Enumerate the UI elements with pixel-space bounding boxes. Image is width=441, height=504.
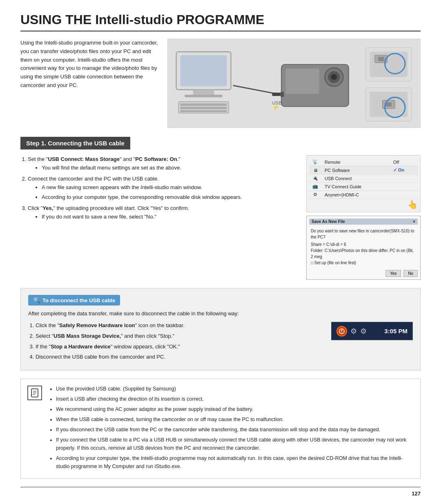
notes-icon-area — [27, 385, 44, 473]
step1-sub-list-2: A new file saving screen appears with th… — [42, 183, 298, 202]
menu-icon-pc: 🖥 — [309, 166, 321, 174]
dialog-buttons: Yes No — [309, 270, 418, 277]
step1-item-2: Connect the camcorder and the PC with th… — [28, 175, 298, 202]
menu-label-pc: PC Software — [321, 166, 390, 174]
menu-icon-usb: 🔌 — [309, 174, 321, 183]
disconnect-bold2: USB Mass Storage Device, — [53, 333, 121, 339]
disconnect-section: 🔍 To disconnect the USB cable After comp… — [20, 288, 421, 370]
menu-value-usb — [390, 174, 418, 183]
disconnect-header: 🔍 To disconnect the USB cable — [28, 295, 120, 306]
notes-section: Use the provided USB cable. (Supplied by… — [20, 379, 421, 479]
menu-label-tv: TV Connect Guide — [321, 183, 390, 191]
dialog-line-2: Share = C:\di-di = 6 — [311, 241, 416, 248]
disconnect-instructions: After completing the data transfer, make… — [28, 310, 323, 364]
menu-label-usb: USB Connect — [321, 174, 390, 183]
step1-sub-list-1: You will find the default menu settings … — [42, 164, 298, 172]
svg-point-30 — [341, 332, 342, 333]
disconnect-item-2: Select "USB Mass Storage Device," and th… — [36, 332, 323, 341]
svg-rect-7 — [180, 110, 227, 112]
step1-section: Step 1. Connecting the USB cable Set the… — [20, 137, 421, 280]
note-item-3: We recommend using the AC power adaptor … — [56, 405, 414, 413]
disconnect-bold1: Safely Remove Hardware icon — [59, 322, 135, 328]
dialog-yes-button[interactable]: Yes — [385, 270, 401, 277]
dialog-title-bar: Save As New File × — [309, 219, 418, 225]
gear-icon-1: ⚙ — [350, 327, 357, 336]
step1-sub-item-2b: According to your computer type, the cor… — [42, 193, 298, 202]
menu-row-remote: 📡 Remote Off — [309, 158, 418, 166]
intro-image: USB ⚡ — [167, 39, 421, 128]
step1-item-3: Click "Yes," the uploading procedure wil… — [28, 204, 298, 221]
menu-row-pcsoftware: 🖥 PC Software ✓ On — [309, 166, 418, 174]
disconnect-bold3: Stop a Hardware device — [51, 343, 111, 350]
disconnect-list: Click the "Safely Remove Hardware icon" … — [36, 321, 323, 361]
svg-text:⚡: ⚡ — [272, 104, 279, 111]
menu-icon-tv: 📺 — [309, 183, 321, 191]
menu-value-anynet — [390, 191, 418, 199]
notes-icon-box — [27, 386, 42, 400]
step1-sub-item-2a: A new file saving screen appears with th… — [42, 183, 298, 192]
disconnect-intro: After completing the data transfer, make… — [28, 310, 323, 318]
intro-text: Using the Intelli-studio programme built… — [20, 39, 159, 128]
note-item-5: If you disconnect the USB cable from the… — [56, 426, 414, 434]
svg-rect-6 — [180, 107, 227, 109]
svg-rect-17 — [272, 93, 281, 96]
menu-screenshot: 📡 Remote Off 🖥 PC Software ✓ On 🔌 USB Co… — [306, 155, 421, 212]
dialog-title: Save As New File — [312, 219, 345, 224]
menu-row-tv: 📺 TV Connect Guide — [309, 183, 418, 191]
step1-bold1: USB Connect: Mass Storage — [48, 156, 120, 162]
memo-icon — [30, 388, 39, 397]
svg-rect-3 — [185, 95, 223, 97]
svg-line-8 — [233, 85, 277, 94]
disconnect-item-3: If the "Stop a Hardware device" window a… — [36, 343, 323, 351]
note-item-6: If you connect the USB cable to a PC via… — [56, 436, 414, 452]
svg-rect-5 — [180, 104, 227, 106]
svg-rect-1 — [180, 55, 227, 86]
dialog-line-1: Do you want to save new files in camcord… — [311, 228, 416, 240]
disconnect-header-text: To disconnect the USB cable — [42, 297, 115, 303]
note-item-1: Use the provided USB cable. (Supplied by… — [56, 385, 414, 393]
step1-content-area: Set the "USB Connect: Mass Storage" and … — [20, 155, 421, 280]
notes-ul: Use the provided USB cable. (Supplied by… — [56, 385, 414, 471]
page-title: USING THE Intelli-studio PROGRAMME — [20, 12, 421, 31]
search-icon: 🔍 — [33, 297, 40, 303]
gear-icon-2: ⚙ — [360, 327, 367, 336]
page-number: 127 — [20, 487, 421, 497]
taskbar-time: 3:05 PM — [384, 328, 408, 335]
menu-row-anynet: ⚙ Anynet+(HDMI-C — [309, 191, 418, 199]
step1-header: Step 1. Connecting the USB cable — [20, 137, 130, 149]
dialog-close-icon: × — [413, 219, 415, 224]
dialog-line-3: Folder: C:\Users\Photos on this drive di… — [311, 248, 416, 260]
disconnect-item-4: Disconnect the USB cable from the camcor… — [36, 353, 323, 361]
note-item-7: According to your computer type, the Int… — [56, 454, 414, 471]
step1-sub-item-3a: If you do not want to save a new file, s… — [42, 213, 298, 221]
dialog-line-4: □ Set up (file on line first) — [311, 260, 416, 266]
menu-value-pc: ✓ On — [390, 166, 418, 174]
menu-icon-anynet: ⚙ — [309, 191, 321, 199]
intro-section: Using the Intelli-studio programme built… — [20, 39, 421, 128]
safely-remove-icon — [336, 326, 347, 337]
usb-diagram-svg: USB ⚡ — [168, 39, 420, 127]
menu-value-tv — [390, 183, 418, 191]
svg-rect-16 — [281, 92, 284, 97]
note-item-4: When the USB cable is connected, turning… — [56, 415, 414, 424]
step1-instructions: Set the "USB Connect: Mass Storage" and … — [20, 155, 298, 280]
dialog-screenshot: Save As New File × Do you want to save n… — [306, 216, 421, 280]
menu-label-remote: Remote — [321, 158, 390, 166]
menu-table: 📡 Remote Off 🖥 PC Software ✓ On 🔌 USB Co… — [309, 158, 418, 199]
step1-sub-list-3: If you do not want to save a new file, s… — [42, 213, 298, 221]
disconnect-item-1: Click the "Safely Remove Hardware icon" … — [36, 321, 323, 330]
dialog-no-button[interactable]: No — [403, 270, 418, 277]
dialog-body: Do you want to save new files in camcord… — [309, 226, 418, 268]
hand-pointer-icon: 👆 — [309, 200, 418, 210]
menu-icon-remote: 📡 — [309, 158, 321, 166]
menu-value-remote: Off — [390, 158, 418, 166]
svg-rect-12 — [285, 69, 319, 94]
svg-rect-2 — [193, 90, 214, 95]
note-item-2: Insert a USB after checking the directio… — [56, 395, 414, 403]
step1-list: Set the "USB Connect: Mass Storage" and … — [28, 155, 298, 221]
taskbar-icons: ⚙ ⚙ — [336, 326, 367, 337]
notes-list: Use the provided USB cable. (Supplied by… — [49, 385, 414, 473]
step1-yes-bold: Yes, — [42, 205, 53, 211]
step1-item-1: Set the "USB Connect: Mass Storage" and … — [28, 155, 298, 172]
taskbar-image: ⚙ ⚙ 3:05 PM — [331, 322, 413, 340]
